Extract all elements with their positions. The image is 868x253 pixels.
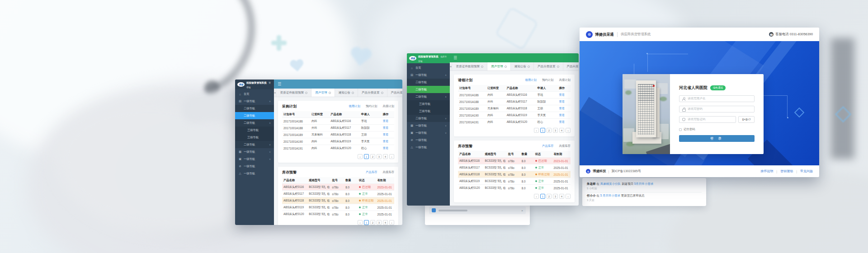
- feed-link[interactable]: 5 月日常小需求: [600, 194, 620, 197]
- sidebar-item-level3[interactable]: 三级导航: [407, 100, 450, 108]
- view-link[interactable]: 查看: [558, 107, 571, 111]
- link-key-driver[interactable]: 密钥驱动: [780, 169, 793, 173]
- sidebar-item-home[interactable]: ⌂首页: [407, 64, 450, 71]
- page-button[interactable]: 3: [553, 194, 558, 199]
- view-link[interactable]: 查看: [382, 140, 394, 144]
- link-faq[interactable]: 常见问题: [800, 169, 813, 173]
- page-button[interactable]: 3: [377, 220, 382, 225]
- tab-user-management[interactable]: 用户管理: [487, 62, 510, 70]
- sidebar-item-level2[interactable]: 二级导航∨: [407, 115, 450, 122]
- sidebar-item-level1[interactable]: ▦一级导航∨: [407, 122, 450, 129]
- page-button[interactable]: 4: [383, 220, 388, 225]
- sidebar-item-level3[interactable]: 三级导航: [235, 134, 274, 141]
- tab-certificate-expiry[interactable]: 资质证件效期预警: [276, 89, 311, 97]
- captcha-question[interactable]: 6+8=?: [738, 116, 755, 123]
- tab-close-icon[interactable]: [528, 66, 530, 68]
- sidebar-item-home[interactable]: ⌂首页: [235, 90, 274, 98]
- prev-page-button[interactable]: ‹: [534, 194, 539, 199]
- next-page-button[interactable]: ›: [566, 128, 571, 133]
- tab-close-icon[interactable]: [305, 92, 307, 94]
- prev-page-button[interactable]: ‹: [358, 154, 363, 159]
- sidebar-item-level3[interactable]: 三级导航: [235, 126, 274, 134]
- next-page-button[interactable]: ›: [389, 154, 394, 159]
- sidebar-item-level1[interactable]: ▤一级导航∧: [235, 98, 274, 105]
- link-highvalue-stock[interactable]: 高值库存: [382, 170, 394, 174]
- sidebar-item-level3[interactable]: 三级导航: [407, 108, 450, 115]
- link-reserve-plan[interactable]: 预约计划: [542, 78, 554, 82]
- hamburger-menu-icon[interactable]: ☰: [278, 82, 281, 86]
- tab-user-management[interactable]: 用户管理: [311, 89, 334, 97]
- view-link[interactable]: 查看: [558, 93, 571, 97]
- sidebar-item-level1[interactable]: ▦一级导航∨: [235, 148, 274, 155]
- login-button[interactable]: 登 录: [679, 135, 755, 142]
- tab-notice[interactable]: 通知公告: [510, 62, 533, 70]
- tab-close-icon[interactable]: [329, 92, 331, 94]
- sidebar-item-level2[interactable]: 二级导航∧: [407, 93, 450, 100]
- link-product-stock[interactable]: 产品库存: [366, 170, 377, 174]
- view-link[interactable]: 查看: [382, 126, 394, 130]
- link-highvalue-plan[interactable]: 高值计划: [559, 78, 571, 82]
- sidebar-item-level2-active[interactable]: 二级导航: [407, 86, 450, 93]
- page-button[interactable]: 1: [540, 194, 545, 199]
- view-link[interactable]: 查看: [558, 120, 571, 124]
- tab-close-icon[interactable]: [505, 66, 507, 68]
- next-page-button[interactable]: ›: [389, 220, 394, 225]
- page-button[interactable]: 2: [370, 220, 375, 225]
- sidebar-item-level1[interactable]: ▣一级导航∨: [407, 129, 450, 136]
- captcha-field[interactable]: 请填写验证码: [679, 116, 736, 123]
- feed-link[interactable]: 风暴精英小分队: [600, 182, 621, 185]
- sidebar-item-level1[interactable]: △一级导航: [407, 144, 450, 151]
- sidebar-item-level2[interactable]: 二级导航∧: [235, 119, 274, 126]
- page-button[interactable]: 4: [383, 154, 388, 159]
- tab-certificate-expiry[interactable]: 资质证件效期预警: [452, 62, 487, 70]
- sidebar-item-level1[interactable]: ⊘一级导航: [235, 163, 274, 170]
- view-link[interactable]: 查看: [382, 146, 394, 150]
- view-link[interactable]: 查看: [558, 113, 571, 117]
- view-link[interactable]: 查看: [558, 100, 571, 104]
- page-button[interactable]: 1: [364, 220, 369, 225]
- page-button[interactable]: 1: [364, 154, 369, 159]
- page-button[interactable]: 3: [553, 128, 558, 133]
- sidebar-item-level1[interactable]: △一级导航: [235, 170, 274, 177]
- sidebar-item-level2[interactable]: 二级导航: [235, 105, 274, 112]
- tab-close-icon[interactable]: [352, 92, 354, 94]
- link-reserve-plan[interactable]: 预约计划: [366, 104, 377, 108]
- link-operation-guide[interactable]: 操作说明: [760, 169, 773, 173]
- username-field[interactable]: 请填写用户名: [679, 95, 755, 102]
- prev-page-button[interactable]: ‹: [358, 220, 363, 225]
- feed-link[interactable]: 5月日常小需求: [634, 182, 654, 185]
- next-page-button[interactable]: ›: [566, 194, 571, 199]
- page-button[interactable]: 2: [370, 154, 375, 159]
- sidebar-item-level2-active[interactable]: 二级导航: [235, 112, 274, 119]
- sidebar-item-level1[interactable]: ▤一级导航∧: [407, 71, 450, 79]
- view-link[interactable]: 查看: [382, 133, 394, 137]
- remember-checkbox[interactable]: [679, 128, 682, 131]
- tab-close-icon[interactable]: [557, 66, 559, 68]
- tab-product-category[interactable]: 产品分类设置: [358, 89, 387, 97]
- link-product-stock[interactable]: 产品库存: [542, 144, 554, 148]
- sidebar-item-level2[interactable]: 二级导航: [407, 79, 450, 86]
- link-highvalue-plan[interactable]: 高值计划: [382, 104, 394, 108]
- page-button[interactable]: 3: [377, 154, 382, 159]
- page-button[interactable]: 1: [540, 128, 545, 133]
- tab-close-icon[interactable]: [481, 66, 483, 68]
- view-link[interactable]: 查看: [382, 119, 394, 123]
- sidebar-item-level2[interactable]: 二级导航∨: [235, 141, 274, 148]
- link-use-plan[interactable]: 领用计划: [525, 78, 537, 82]
- prev-page-button[interactable]: ‹: [534, 128, 539, 133]
- page-button[interactable]: 2: [547, 194, 552, 199]
- tab-notice[interactable]: 通知公告: [335, 89, 358, 97]
- page-button[interactable]: 2: [547, 128, 552, 133]
- password-field[interactable]: 请填写密码: [679, 106, 755, 112]
- tab-close-icon[interactable]: [381, 92, 383, 94]
- tab-product-category[interactable]: 产品分类设置: [533, 62, 563, 70]
- hamburger-menu-icon[interactable]: ☰: [453, 56, 457, 60]
- page-button[interactable]: 4: [559, 194, 564, 199]
- tab-product-outbound[interactable]: 产品出库: [387, 89, 402, 97]
- link-use-plan[interactable]: 领用计划: [349, 104, 360, 108]
- link-highvalue-stock[interactable]: 高值库存: [559, 144, 571, 148]
- tab-product-outbound[interactable]: 产品出库: [563, 62, 579, 70]
- sidebar-item-level1[interactable]: ▣一级导航∨: [235, 155, 274, 163]
- sidebar-item-level1[interactable]: ⊘一级导航: [407, 136, 450, 144]
- page-button[interactable]: 4: [559, 128, 564, 133]
